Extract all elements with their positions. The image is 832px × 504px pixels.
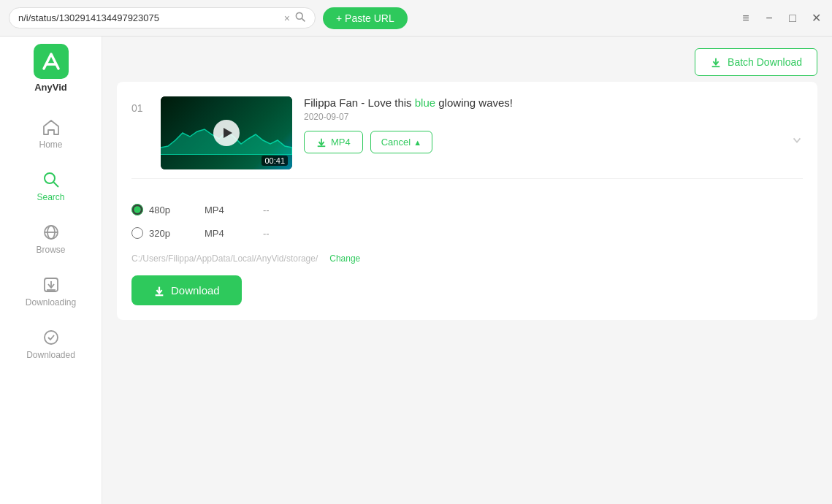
svg-point-10	[45, 331, 58, 344]
quality-480p-size: --	[263, 205, 270, 215]
sidebar-item-home-label: Home	[39, 140, 62, 150]
sidebar: AnyVid Home Search Browse	[0, 37, 102, 504]
minimize-button[interactable]: −	[762, 11, 776, 26]
svg-line-3	[53, 183, 58, 188]
video-title-highlight: blue	[415, 96, 435, 109]
quality-section: 480p MP4 -- 320p MP4 -- C:/Users/Filippa…	[131, 191, 803, 305]
play-button[interactable]	[213, 120, 240, 146]
quality-320p-size: --	[263, 228, 270, 239]
video-date: 2020-09-07	[304, 112, 803, 122]
video-info: Filippa Fan - Love this blue glowing wav…	[304, 96, 803, 153]
video-card: 01 00:41 Filippa Fan - Love this blue gl…	[117, 82, 817, 320]
sidebar-item-home[interactable]: Home	[0, 107, 102, 160]
sidebar-item-browse[interactable]: Browse	[0, 213, 102, 265]
divider	[131, 178, 803, 179]
sidebar-item-browse-label: Browse	[36, 245, 65, 255]
video-index: 01	[131, 96, 149, 114]
quality-row-320p: 320p MP4 --	[131, 221, 803, 245]
window-controls: ≡ − □ ✕	[739, 11, 823, 26]
storage-row: C:/Users/Filippa/AppData/Local/AnyVid/st…	[131, 253, 803, 264]
svg-line-1	[302, 18, 305, 21]
expand-button[interactable]	[791, 134, 803, 150]
quality-480p-radio[interactable]	[131, 204, 143, 215]
mp4-download-icon	[316, 137, 327, 148]
quality-row-480p: 480p MP4 --	[131, 198, 803, 221]
close-button[interactable]: ✕	[809, 11, 823, 26]
video-title-pre: Filippa Fan - Love this	[304, 96, 415, 109]
maximize-button[interactable]: □	[785, 11, 800, 26]
sidebar-item-downloaded-label: Downloaded	[26, 350, 75, 360]
browse-icon	[42, 223, 61, 242]
home-icon	[42, 118, 61, 137]
menu-button[interactable]: ≡	[739, 11, 753, 26]
content-area: Batch Download 01 00:41 Filippa Fan - Lo…	[102, 37, 832, 504]
app-name: AnyVid	[34, 82, 67, 93]
change-storage-link[interactable]: Change	[329, 253, 360, 264]
batch-download-icon	[710, 56, 722, 68]
quality-320p-format: MP4	[205, 228, 248, 239]
svg-point-2	[45, 173, 55, 183]
app-logo	[34, 44, 69, 79]
downloaded-icon	[42, 328, 61, 347]
video-thumbnail[interactable]: 00:41	[161, 96, 292, 169]
content-header: Batch Download	[102, 37, 832, 82]
video-title-post: glowing waves!	[435, 96, 513, 109]
quality-320p-radio[interactable]	[131, 227, 143, 239]
download-icon	[153, 285, 165, 297]
search-icon	[294, 11, 306, 25]
titlebar: n/i/status/1302914134497923075 × + Paste…	[0, 0, 832, 37]
quality-480p-format: MP4	[205, 205, 248, 215]
sidebar-item-search[interactable]: Search	[0, 160, 102, 213]
video-duration: 00:41	[262, 156, 288, 166]
sidebar-item-downloading-label: Downloading	[26, 297, 76, 308]
url-clear-button[interactable]: ×	[284, 13, 290, 23]
sidebar-item-downloading[interactable]: Downloading	[0, 265, 102, 318]
downloading-icon	[42, 275, 61, 294]
sidebar-item-search-label: Search	[37, 192, 64, 202]
main-layout: AnyVid Home Search Browse	[0, 37, 832, 504]
storage-path: C:/Users/Filippa/AppData/Local/AnyVid/st…	[131, 253, 318, 264]
sidebar-item-downloaded[interactable]: Downloaded	[0, 318, 102, 370]
logo-area: AnyVid	[34, 44, 69, 93]
video-title: Filippa Fan - Love this blue glowing wav…	[304, 96, 803, 109]
chevron-down-icon	[791, 134, 803, 146]
cancel-button[interactable]: Cancel ▲	[370, 131, 432, 153]
mp4-download-button[interactable]: MP4	[304, 131, 363, 153]
url-text: n/i/status/1302914134497923075	[18, 12, 280, 23]
url-bar: n/i/status/1302914134497923075 ×	[9, 7, 316, 28]
chevron-up-icon: ▲	[413, 138, 421, 147]
download-button[interactable]: Download	[131, 275, 242, 305]
quality-320p-label[interactable]: 320p	[131, 227, 190, 239]
quality-480p-label[interactable]: 480p	[131, 204, 190, 215]
video-actions: MP4 Cancel ▲	[304, 131, 803, 153]
batch-download-button[interactable]: Batch Download	[695, 48, 817, 76]
paste-url-button[interactable]: + Paste URL	[323, 7, 408, 29]
svg-point-0	[296, 12, 302, 19]
search-nav-icon	[42, 170, 61, 189]
